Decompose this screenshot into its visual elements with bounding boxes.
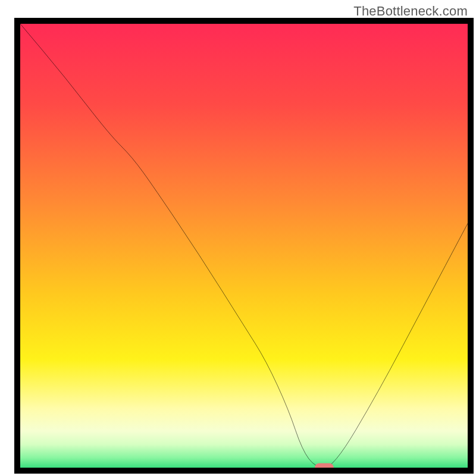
plot-frame <box>14 18 474 474</box>
bottleneck-curve <box>20 24 468 468</box>
watermark-text: TheBottleneck.com <box>353 4 468 19</box>
optimal-marker <box>315 464 334 472</box>
chart-canvas: TheBottleneck.com <box>0 0 476 476</box>
